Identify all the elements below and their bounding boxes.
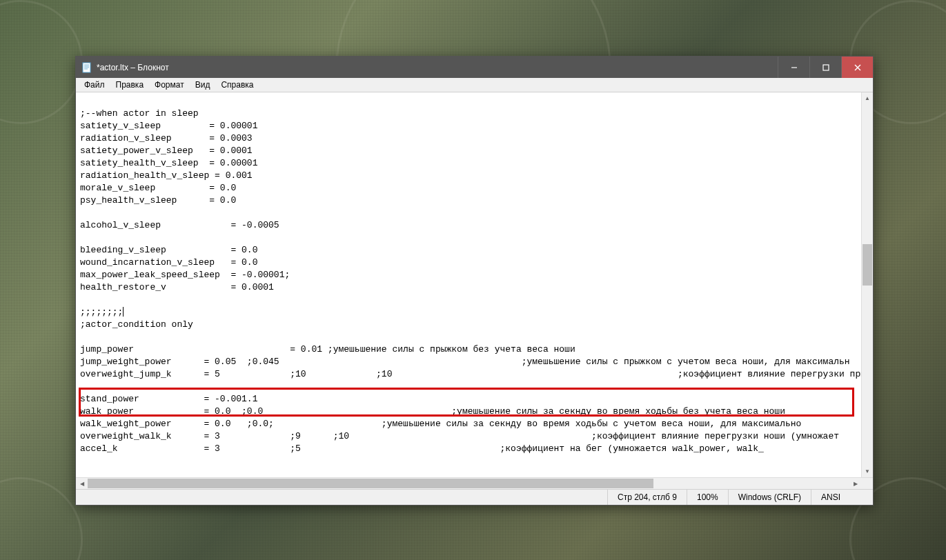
scroll-up-icon[interactable]: ▲ — [862, 92, 873, 104]
minimize-button[interactable] — [778, 57, 809, 78]
scroll-right-icon[interactable]: ▶ — [849, 478, 861, 489]
horizontal-scrollbar[interactable]: ◀ ▶ — [76, 478, 861, 489]
close-button[interactable] — [841, 57, 873, 78]
status-zoom: 100% — [687, 490, 728, 505]
scroll-corner — [861, 478, 873, 489]
scroll-down-icon[interactable]: ▼ — [862, 466, 873, 477]
status-position: Стр 204, стлб 9 — [607, 490, 687, 505]
menu-format[interactable]: Формат — [149, 79, 190, 91]
notepad-window: *actor.ltx – Блокнот Файл Правка Формат … — [75, 56, 874, 506]
menu-file[interactable]: Файл — [79, 79, 110, 91]
menu-view[interactable]: Вид — [190, 79, 216, 91]
menubar: Файл Правка Формат Вид Справка — [76, 78, 873, 92]
minimize-icon — [791, 64, 798, 71]
svg-rect-6 — [823, 65, 829, 70]
maximize-icon — [822, 64, 829, 71]
titlebar[interactable]: *actor.ltx – Блокнот — [76, 57, 873, 78]
text-editor[interactable]: ;--when actor in sleep satiety_v_sleep =… — [76, 92, 861, 477]
menu-edit[interactable]: Правка — [110, 79, 150, 91]
status-encoding: ANSI — [811, 490, 873, 505]
close-icon — [854, 64, 861, 71]
scroll-left-icon[interactable]: ◀ — [76, 478, 88, 489]
status-line-ending: Windows (CRLF) — [728, 490, 811, 505]
statusbar: Стр 204, стлб 9 100% Windows (CRLF) ANSI — [76, 489, 873, 505]
maximize-button[interactable] — [809, 57, 841, 78]
menu-help[interactable]: Справка — [215, 79, 259, 91]
vertical-scrollbar[interactable]: ▲ ▼ — [861, 92, 873, 477]
vertical-scroll-thumb[interactable] — [863, 244, 872, 286]
notepad-icon — [81, 62, 92, 73]
horizontal-scroll-thumb[interactable] — [88, 479, 653, 488]
window-title: *actor.ltx – Блокнот — [97, 63, 778, 72]
